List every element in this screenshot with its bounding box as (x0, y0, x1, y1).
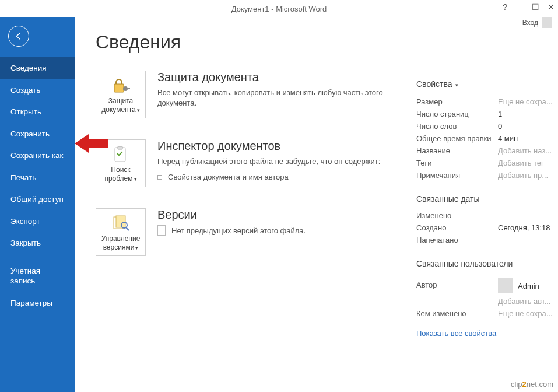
prop-time-label: Общее время правки (416, 134, 498, 143)
sidebar-item-export[interactable]: Экспорт (0, 211, 75, 233)
sidebar-label: Печать (10, 173, 36, 182)
manage-versions-button[interactable]: Управление версиями▾ (96, 208, 146, 256)
prop-pages-label: Число страниц (416, 110, 498, 118)
watermark: clip2net.com (511, 380, 553, 388)
window-title: Документ1 - Microsoft Word (231, 5, 327, 13)
svg-rect-4 (118, 146, 122, 149)
sidebar-label: Параметры (10, 299, 52, 307)
titlebar: Документ1 - Microsoft Word ? — ☐ ✕ (0, 0, 558, 18)
minimize-icon[interactable]: — (515, 2, 524, 12)
sidebar-label: Сохранить (10, 130, 50, 138)
related-people-header: Связанные пользователи (416, 259, 558, 268)
svg-rect-2 (127, 88, 130, 89)
properties-panel: Свойства ▾ РазмерЕще не сохра... Число с… (416, 32, 558, 386)
chevron-down-icon: ▾ (137, 107, 140, 113)
maximize-icon[interactable]: ☐ (532, 2, 539, 12)
prop-words-value: 0 (498, 122, 502, 131)
lastmod-value: Еще не сохра... (498, 309, 553, 318)
sidebar-item-info[interactable]: Сведения (0, 57, 75, 79)
inspect-bullet: Свойства документа и имя автора (157, 173, 387, 181)
sidebar-item-print[interactable]: Печать (0, 167, 75, 189)
svg-line-8 (126, 228, 129, 230)
chevron-down-icon: ▾ (134, 176, 137, 182)
window-controls: ? — ☐ ✕ (503, 2, 555, 12)
related-dates-header: Связанные даты (416, 194, 558, 204)
inspect-desc: Перед публикацией этого файла не забудьт… (157, 156, 387, 167)
protect-desc: Все могут открывать, копировать и изменя… (157, 88, 387, 108)
protect-document-button[interactable]: Защита документа▾ (96, 71, 146, 118)
sidebar-label: Создать (10, 86, 40, 94)
help-icon[interactable]: ? (503, 2, 507, 12)
properties-header-label: Свойства (416, 79, 452, 89)
prop-pages-value: 1 (498, 110, 502, 118)
tile-label: Защита документа (101, 97, 136, 114)
svg-point-1 (123, 86, 128, 91)
bullet-icon (157, 175, 162, 180)
sidebar-item-account[interactable]: Учетная запись (0, 260, 75, 292)
prop-size-label: Размер (416, 97, 498, 106)
sidebar-item-open[interactable]: Открыть (0, 101, 75, 123)
avatar-icon (498, 278, 513, 293)
svg-rect-0 (114, 84, 124, 92)
checklist-icon (111, 146, 131, 163)
lastmod-label: Кем изменено (416, 309, 498, 318)
bullet-text: Свойства документа и имя автора (168, 173, 289, 181)
prop-title-label: Название (416, 146, 498, 155)
sidebar-label: Учетная запись (10, 267, 40, 286)
properties-dropdown[interactable]: Свойства ▾ (416, 79, 558, 89)
tile-label: Поиск проблем (104, 166, 132, 183)
sidebar-label: Сведения (10, 64, 47, 72)
lock-icon (111, 77, 131, 94)
prop-size-value: Еще не сохра... (498, 97, 553, 106)
sidebar-item-saveas[interactable]: Сохранить как (0, 145, 75, 167)
chevron-down-icon: ▾ (455, 82, 458, 88)
protect-title: Защита документа (157, 71, 387, 84)
prop-words-label: Число слов (416, 122, 498, 131)
prop-tags-label: Теги (416, 159, 498, 167)
prop-comments-label: Примечания (416, 171, 498, 180)
svg-rect-6 (116, 216, 125, 228)
add-author[interactable]: Добавить авт... (498, 297, 550, 306)
prop-title-value[interactable]: Добавить наз... (498, 146, 552, 155)
sidebar-item-share[interactable]: Общий доступ (0, 188, 75, 211)
date-created-value: Сегодня, 13:18 (498, 223, 550, 232)
sidebar-label: Экспорт (10, 217, 40, 226)
backstage-sidebar: Сведения Создать Открыть Сохранить Сохра… (0, 18, 75, 392)
sidebar-label: Общий доступ (10, 195, 64, 204)
document-icon (157, 225, 166, 236)
date-created-label: Создано (416, 223, 498, 232)
check-for-issues-button[interactable]: Поиск проблем▾ (96, 139, 146, 187)
sidebar-item-save[interactable]: Сохранить (0, 123, 75, 145)
versions-title: Версии (157, 208, 387, 222)
sidebar-label: Открыть (10, 107, 41, 116)
versions-none-row: Нет предыдущих версий этого файла. (157, 225, 387, 236)
back-button[interactable] (8, 26, 29, 47)
page-title: Сведения (96, 32, 387, 53)
sidebar-label: Закрыть (10, 239, 41, 247)
close-icon[interactable]: ✕ (548, 2, 555, 12)
main-content: Сведения Защита документа▾ Защ (75, 18, 558, 392)
show-all-properties-link[interactable]: Показать все свойства (416, 329, 558, 338)
sidebar-label: Сохранить как (10, 151, 63, 160)
date-modified-label: Изменено (416, 211, 498, 220)
sidebar-item-new[interactable]: Создать (0, 79, 75, 102)
sidebar-item-options[interactable]: Параметры (0, 292, 75, 314)
section-inspect: Поиск проблем▾ Инспектор документов Пере… (96, 139, 387, 187)
author-name: Admin (518, 282, 539, 290)
tile-label: Управление версиями (101, 235, 141, 251)
prop-time-value: 4 мин (498, 134, 518, 143)
date-printed-label: Напечатано (416, 236, 498, 244)
prop-comments-value[interactable]: Добавить пр... (498, 171, 548, 180)
documents-search-icon (111, 215, 131, 232)
chevron-down-icon: ▾ (135, 245, 138, 251)
sidebar-item-close[interactable]: Закрыть (0, 232, 75, 254)
section-protect: Защита документа▾ Защита документа Все м… (96, 71, 387, 118)
inspect-title: Инспектор документов (157, 139, 387, 153)
author-label: Автор (416, 281, 498, 289)
prop-tags-value[interactable]: Добавить тег (498, 159, 544, 167)
versions-none: Нет предыдущих версий этого файла. (171, 226, 306, 235)
section-versions: Управление версиями▾ Версии Нет предыдущ… (96, 208, 387, 256)
